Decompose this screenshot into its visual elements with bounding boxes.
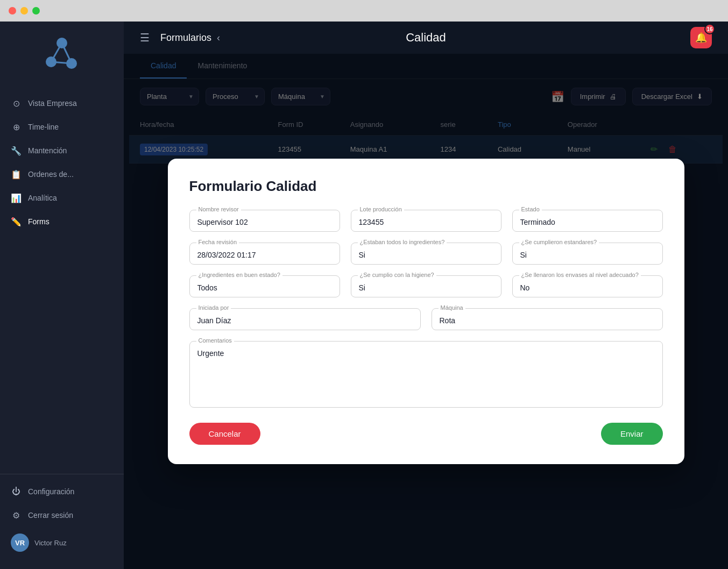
- top-header: ☰ Formularios ‹ Calidad 🔔 16: [124, 22, 728, 54]
- sidebar-item-forms[interactable]: ✏️ Forms: [0, 210, 124, 233]
- label-estado: Estado: [519, 206, 542, 212]
- mantencion-icon: 🔧: [11, 145, 22, 156]
- label-ingredientes-todos: ¿Estaban todos lo ingredientes?: [358, 239, 447, 245]
- label-higiene: ¿Se cumplio con la higiene?: [358, 272, 436, 278]
- hamburger-icon[interactable]: ☰: [140, 31, 150, 44]
- close-dot[interactable]: [9, 7, 16, 15]
- form-row-4: Iniciada por Máquina: [189, 308, 663, 330]
- cancel-button[interactable]: Cancelar: [189, 423, 260, 445]
- form-row-1: Nombre revisor Lote producción Estado: [189, 210, 663, 232]
- input-ingredientes-todos[interactable]: [359, 248, 493, 259]
- maximize-dot[interactable]: [32, 7, 40, 15]
- sidebar-item-label: Configuración: [28, 487, 74, 496]
- input-fecha-revision[interactable]: [197, 248, 332, 259]
- sidebar-item-cerrar-sesion[interactable]: ⚙ Cerrar sesión: [0, 503, 124, 527]
- submit-button[interactable]: Enviar: [601, 423, 663, 445]
- input-envases[interactable]: [520, 281, 655, 292]
- time-line-icon: ⊕: [11, 122, 22, 132]
- field-estado: Estado: [512, 210, 663, 232]
- modal-actions: Cancelar Enviar: [189, 423, 663, 445]
- modal-title: Formulario Calidad: [189, 178, 663, 195]
- input-comentarios[interactable]: Urgente: [197, 347, 655, 401]
- analitica-icon: 📊: [11, 193, 22, 203]
- modal-overlay: Formulario Calidad Nombre revisor Lote p…: [124, 54, 728, 569]
- field-comentarios: Comentarios Urgente: [189, 341, 663, 408]
- label-iniciada-por: Iniciada por: [196, 304, 231, 311]
- field-higiene: ¿Se cumplio con la higiene?: [351, 275, 501, 297]
- label-maquina: Máquina: [439, 304, 465, 311]
- content-area: Calidad Mantenimiento Planta Proceso: [124, 54, 728, 569]
- main-content: ☰ Formularios ‹ Calidad 🔔 16 Calidad Man: [124, 22, 728, 569]
- field-iniciada-por: Iniciada por: [189, 308, 421, 330]
- sidebar-item-label: Cerrar sesión: [28, 511, 73, 520]
- sidebar-item-vista-empresa[interactable]: ⊙ Vista Empresa: [0, 91, 124, 115]
- minimize-dot[interactable]: [20, 7, 28, 15]
- label-envases: ¿Se llenaron los envases al nivel adecua…: [519, 272, 641, 278]
- input-estandares[interactable]: [520, 248, 655, 259]
- input-higiene[interactable]: [359, 281, 493, 292]
- notification-button[interactable]: 🔔 16: [690, 27, 712, 48]
- chevron-icon: ‹: [217, 32, 220, 44]
- label-fecha-revision: Fecha revisión: [196, 239, 239, 245]
- input-maquina[interactable]: [440, 314, 655, 325]
- ordenes-icon: 📋: [11, 169, 22, 180]
- sidebar-item-label: Forms: [28, 217, 50, 226]
- svg-line-4: [62, 43, 72, 63]
- input-lote-produccion[interactable]: [359, 216, 493, 226]
- field-ingredientes-todos: ¿Estaban todos lo ingredientes?: [351, 243, 501, 265]
- notification-badge: 16: [704, 24, 715, 34]
- title-bar: [0, 0, 728, 22]
- field-fecha-revision: Fecha revisión: [189, 243, 340, 265]
- power-icon: ⏻: [11, 486, 22, 497]
- sidebar-bottom: ⏻ Configuración ⚙ Cerrar sesión VR Victo…: [0, 474, 124, 558]
- sidebar-item-label: Mantención: [28, 146, 67, 155]
- sidebar-item-ordenes[interactable]: 📋 Ordenes de...: [0, 162, 124, 186]
- vista-empresa-icon: ⊙: [11, 98, 22, 109]
- logo: [0, 32, 124, 75]
- input-ingredientes-estado[interactable]: [197, 281, 332, 292]
- sidebar-item-time-line[interactable]: ⊕ Time-line: [0, 115, 124, 139]
- label-comentarios: Comentarios: [196, 337, 234, 344]
- app-container: ⊙ Vista Empresa ⊕ Time-line 🔧 Mantención…: [0, 22, 728, 569]
- input-estado[interactable]: [520, 216, 655, 226]
- field-nombre-revisor: Nombre revisor: [189, 210, 340, 232]
- sidebar-item-label: Analítica: [28, 194, 57, 202]
- label-nombre-revisor: Nombre revisor: [196, 206, 241, 212]
- sidebar: ⊙ Vista Empresa ⊕ Time-line 🔧 Mantención…: [0, 22, 124, 569]
- input-iniciada-por[interactable]: [197, 314, 413, 325]
- header-title-section: Formularios ‹: [160, 32, 220, 44]
- field-envases: ¿Se llenaron los envases al nivel adecua…: [512, 275, 663, 297]
- field-lote-produccion: Lote producción: [351, 210, 501, 232]
- modal-dialog: Formulario Calidad Nombre revisor Lote p…: [168, 159, 684, 464]
- gear-icon: ⚙: [11, 510, 22, 521]
- avatar-initials: VR: [15, 539, 25, 547]
- main-page-title: Calidad: [406, 31, 446, 45]
- sidebar-item-label: Time-line: [28, 123, 59, 131]
- forms-icon: ✏️: [11, 216, 22, 227]
- label-ingredientes-estado: ¿Ingredientes en buen estado?: [196, 272, 282, 278]
- forms-header-title: Formularios: [160, 32, 211, 44]
- sidebar-item-label: Vista Empresa: [28, 99, 77, 108]
- sidebar-item-mantencion[interactable]: 🔧 Mantención: [0, 139, 124, 162]
- sidebar-item-configuracion[interactable]: ⏻ Configuración: [0, 480, 124, 503]
- input-nombre-revisor[interactable]: [197, 216, 332, 226]
- field-ingredientes-estado: ¿Ingredientes en buen estado?: [189, 275, 340, 297]
- form-row-3: ¿Ingredientes en buen estado? ¿Se cumpli…: [189, 275, 663, 297]
- label-estandares: ¿Se cumplieron estandares?: [519, 239, 599, 245]
- field-estandares: ¿Se cumplieron estandares?: [512, 243, 663, 265]
- sidebar-item-analitica[interactable]: 📊 Analítica: [0, 186, 124, 210]
- user-name: Victor Ruz: [34, 539, 67, 547]
- label-lote-produccion: Lote producción: [358, 206, 404, 212]
- svg-line-3: [51, 43, 62, 62]
- form-row-2: Fecha revisión ¿Estaban todos lo ingredi…: [189, 243, 663, 265]
- avatar: VR: [11, 534, 29, 552]
- sidebar-item-label: Ordenes de...: [28, 170, 74, 179]
- field-maquina: Máquina: [432, 308, 663, 330]
- user-profile[interactable]: VR Victor Ruz: [0, 527, 124, 558]
